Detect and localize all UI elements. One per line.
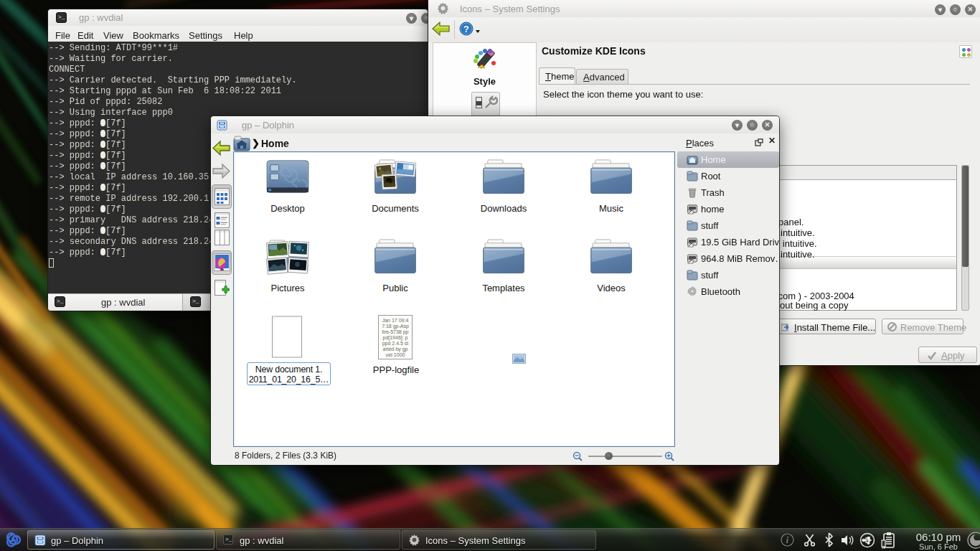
svg-text:i: i (786, 535, 789, 545)
svg-text:?: ? (463, 24, 469, 34)
